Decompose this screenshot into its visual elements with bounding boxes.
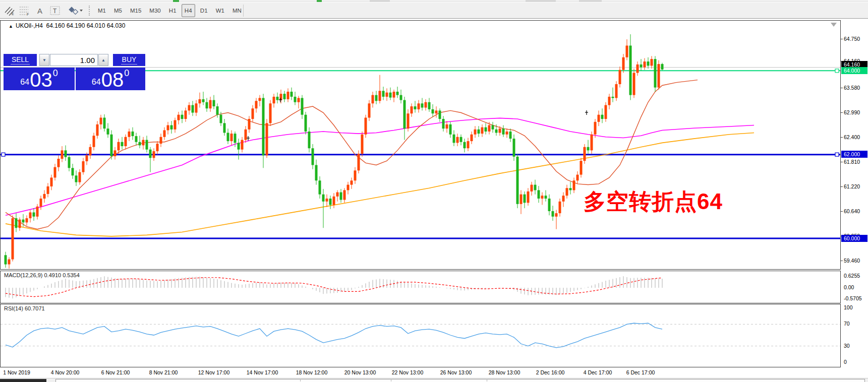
date-tick-label: 14 Nov 17:00 bbox=[247, 369, 278, 375]
date-tick-label: 26 Nov 13:00 bbox=[440, 369, 472, 375]
svg-text:E: E bbox=[12, 12, 14, 16]
chart-ohlc: 64.160 64.190 64.010 64.030 bbox=[46, 22, 126, 29]
price-tick-label: 64.750 bbox=[844, 36, 860, 42]
axis-tick bbox=[841, 137, 843, 138]
date-tick-label: 1 Nov 2019 bbox=[3, 369, 30, 375]
sell-button[interactable]: SELL bbox=[4, 54, 37, 66]
price-tick-label: 60.640 bbox=[844, 208, 860, 214]
toolbar: E F A T M1M5M15M30H1H4D1W1MN bbox=[0, 3, 868, 19]
timeframe-button-m5[interactable]: M5 bbox=[111, 4, 125, 17]
rsi-tick-label: 30 bbox=[844, 343, 850, 349]
timeframe-button-m30[interactable]: M30 bbox=[146, 4, 163, 17]
buy-price-display[interactable]: 64080 bbox=[76, 68, 145, 90]
sliver-fragment bbox=[370, 0, 390, 2]
date-tick-label: 8 Nov 21:00 bbox=[149, 369, 178, 375]
cut-toolbar-sliver bbox=[0, 0, 868, 2]
chinese-annotation-text: 多空转折点64 bbox=[584, 187, 723, 217]
date-axis[interactable]: 1 Nov 20194 Nov 20:006 Nov 21:008 Nov 21… bbox=[0, 367, 841, 378]
axis-tick bbox=[841, 186, 843, 187]
bottom-cutoff-strip bbox=[0, 378, 868, 382]
shapes-tool-icon[interactable] bbox=[67, 4, 84, 17]
buy-button[interactable]: BUY bbox=[113, 54, 145, 66]
timeframe-button-h4[interactable]: H4 bbox=[182, 4, 195, 17]
price-badge: 62.000 bbox=[841, 151, 867, 158]
timeframe-button-m1[interactable]: M1 bbox=[95, 4, 109, 17]
macd-chart bbox=[1, 271, 840, 303]
timeframe-button-d1[interactable]: D1 bbox=[197, 4, 211, 17]
bottom-dark-block bbox=[0, 379, 46, 382]
text-label-icon[interactable]: T bbox=[48, 4, 62, 17]
chart-symbol: UKOil-,H4 bbox=[16, 22, 43, 29]
axis-tick bbox=[841, 112, 843, 113]
macd-tick-label: -0.5705 bbox=[844, 295, 862, 301]
timeframe-button-h1[interactable]: H1 bbox=[166, 4, 180, 17]
price-tick-label: 62.400 bbox=[844, 134, 860, 140]
sliver-fragment bbox=[579, 0, 602, 2]
date-tick-label: 6 Nov 21:00 bbox=[101, 369, 130, 375]
price-tick-label: 61.810 bbox=[844, 159, 860, 165]
text-tool-icon[interactable]: A bbox=[33, 4, 46, 17]
bottom-white-bar bbox=[55, 379, 865, 382]
rsi-tick-label: 100 bbox=[844, 304, 853, 310]
sliver-fragment bbox=[173, 0, 179, 2]
date-tick-label: 20 Nov 13:00 bbox=[344, 369, 376, 375]
axis-tick bbox=[841, 39, 843, 39]
sliver-fragment bbox=[317, 0, 322, 2]
date-tick-label: 6 Dec 17:00 bbox=[626, 369, 655, 375]
timeframe-group: M1M5M15M30H1H4D1W1MN bbox=[95, 4, 245, 17]
volume-input[interactable] bbox=[50, 54, 98, 66]
timeframe-button-mn[interactable]: MN bbox=[229, 4, 245, 17]
equidistant-channel-icon[interactable]: E bbox=[3, 4, 16, 17]
toolbar-grip[interactable] bbox=[89, 6, 91, 16]
macd-tick-label: 0.6255 bbox=[844, 273, 860, 279]
date-tick-label: 4 Dec 17:00 bbox=[584, 369, 612, 375]
sell-price-display[interactable]: 64030 bbox=[4, 68, 75, 90]
mt4-window: E F A T M1M5M15M30H1H4D1W1MN ▲UKOil-,H4 … bbox=[0, 0, 868, 382]
fibonacci-lines-icon[interactable]: F bbox=[18, 4, 31, 17]
bottom-tick bbox=[300, 379, 301, 381]
price-tick-label: 62.990 bbox=[844, 109, 860, 115]
price-badge: 64.000 bbox=[841, 67, 867, 74]
price-tick-label: 61.220 bbox=[844, 183, 860, 189]
chart-shift-marker-icon[interactable] bbox=[831, 23, 837, 27]
rsi-tick-label: 0 bbox=[844, 359, 847, 365]
rsi-pane[interactable]: RSI(14) 60.7071 bbox=[0, 304, 841, 367]
one-click-trading-panel: SELL ▼ ▲ BUY 64030 64080 bbox=[4, 54, 145, 90]
chart-title: ▲UKOil-,H4 64.160 64.190 64.010 64.030 bbox=[9, 22, 125, 29]
timeframe-button-w1[interactable]: W1 bbox=[213, 4, 227, 17]
main-chart-pane[interactable]: ▲UKOil-,H4 64.160 64.190 64.010 64.030 多… bbox=[0, 20, 841, 270]
macd-tick-label: 0.00 bbox=[844, 284, 854, 290]
volume-increase-button[interactable]: ▲ bbox=[98, 54, 108, 66]
sliver-fragment bbox=[526, 0, 556, 2]
collapse-triangle-icon[interactable]: ▲ bbox=[9, 24, 13, 29]
price-axis[interactable]: 64.75064.16063.58062.99062.40061.81061.2… bbox=[841, 20, 868, 378]
rsi-tick-label: 70 bbox=[844, 321, 850, 327]
timeframe-button-m15[interactable]: M15 bbox=[127, 4, 144, 17]
date-tick-label: 2 Dec 16:00 bbox=[536, 369, 565, 375]
macd-pane[interactable]: MACD(12,26,9) 0.4910 0.5354 bbox=[0, 271, 841, 303]
date-tick-label: 22 Nov 13:00 bbox=[392, 369, 423, 375]
axis-tick bbox=[841, 88, 843, 88]
price-badge: 60.000 bbox=[841, 235, 867, 242]
toolbar-separator bbox=[243, 5, 244, 17]
bottom-tick bbox=[391, 379, 391, 381]
date-tick-label: 12 Nov 17:00 bbox=[198, 369, 229, 375]
bottom-tick bbox=[487, 379, 487, 381]
price-tick-label: 63.580 bbox=[844, 85, 860, 91]
volume-decrease-button[interactable]: ▼ bbox=[39, 54, 49, 66]
axis-tick bbox=[841, 261, 843, 261]
rsi-chart bbox=[1, 304, 840, 367]
axis-tick bbox=[841, 162, 843, 162]
date-tick-label: 28 Nov 13:00 bbox=[489, 369, 520, 375]
date-tick-label: 4 Nov 20:00 bbox=[51, 369, 80, 375]
rsi-label: RSI(14) 60.7071 bbox=[4, 305, 45, 311]
svg-text:T: T bbox=[53, 8, 57, 15]
axis-tick bbox=[841, 211, 843, 212]
date-tick-label: 18 Nov 12:00 bbox=[296, 369, 327, 375]
macd-label: MACD(12,26,9) 0.4910 0.5354 bbox=[4, 272, 80, 278]
svg-text:F: F bbox=[27, 13, 29, 16]
price-tick-label: 59.460 bbox=[844, 258, 860, 264]
